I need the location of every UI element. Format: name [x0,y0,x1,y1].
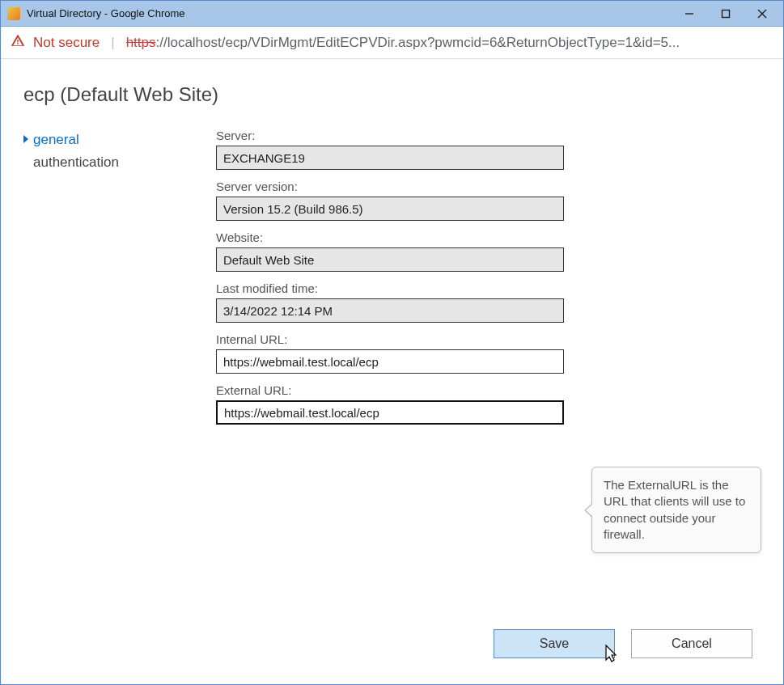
external-url-field[interactable] [216,400,564,425]
url-path: ://localhost/ecp/VDirMgmt/EditECPVDir.as… [155,35,680,50]
sidebar-item-label: general [33,132,79,147]
tooltip-callout: The ExternalURL is the URL that clients … [591,467,761,553]
server-label: Server: [216,129,621,142]
internal-url-label: Internal URL: [216,332,621,346]
button-row: Save Cancel [494,629,752,658]
content-area: ecp (Default Web Site) general authentic… [1,59,783,684]
svg-rect-1 [722,10,729,17]
form-panel: Server: Server version: Website: Last mo… [216,129,621,434]
minimize-button[interactable] [671,2,707,26]
page-title: ecp (Default Web Site) [23,83,761,106]
sidebar-item-label: authentication [33,154,119,170]
url-display[interactable]: https://localhost/ecp/VDirMgmt/EditECPVD… [126,35,680,51]
modified-label: Last modified time: [216,281,621,295]
caret-icon [23,135,28,143]
address-bar: Not secure | https://localhost/ecp/VDirM… [1,27,783,59]
url-scheme: https [126,35,156,50]
internal-url-field[interactable] [216,349,564,374]
app-icon [7,7,20,20]
window-controls [671,2,780,26]
website-label: Website: [216,230,621,244]
save-button[interactable]: Save [494,629,615,658]
tooltip-text: The ExternalURL is the URL that clients … [604,478,745,541]
warning-icon [11,33,25,52]
sidebar-item-general[interactable]: general [23,129,177,151]
window-title: Virtual Directory - Google Chrome [27,7,671,19]
window-titlebar: Virtual Directory - Google Chrome [1,1,783,27]
version-field [216,197,564,221]
sidebar-item-authentication[interactable]: authentication [23,151,177,174]
maximize-button[interactable] [707,2,744,26]
sidebar: general authentication [23,129,177,434]
not-secure-label[interactable]: Not secure [33,35,100,51]
external-url-label: External URL: [216,383,621,397]
separator: | [111,35,114,51]
server-field [216,146,564,170]
website-field [216,247,564,272]
version-label: Server version: [216,180,621,193]
modified-field [216,298,564,323]
cancel-button[interactable]: Cancel [631,629,752,658]
close-button[interactable] [744,2,780,26]
